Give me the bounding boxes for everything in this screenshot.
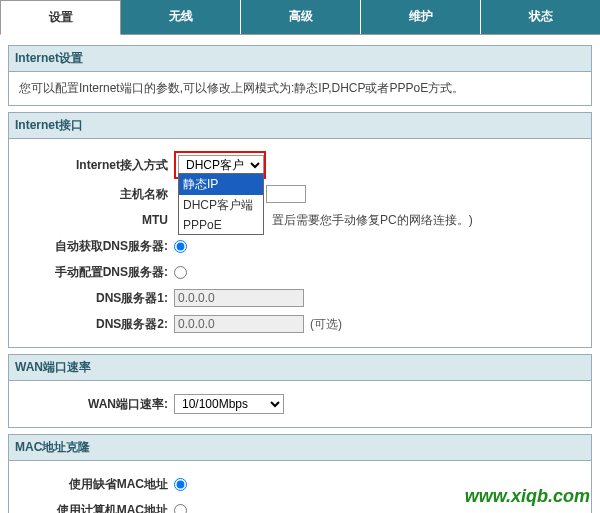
dns1-input[interactable] [174,289,304,307]
autodns-label: 自动获取DNS服务器: [19,238,174,255]
mac-default-radio[interactable] [174,478,187,491]
hostname-label: 主机名称 [19,186,174,203]
dns2-optional: (可选) [310,316,342,333]
autodns-radio[interactable] [174,240,187,253]
tab-maintenance[interactable]: 维护 [361,0,481,34]
mac-default-label: 使用缺省MAC地址 [19,476,174,493]
hostname-input[interactable] [266,185,306,203]
access-option-static[interactable]: 静态IP [179,174,263,195]
access-option-dhcp[interactable]: DHCP客户端 [179,195,263,216]
internet-settings-desc: 您可以配置Internet端口的参数,可以修改上网模式为:静态IP,DHCP或者… [19,80,581,97]
access-mode-highlight: DHCP客户端 静态IP DHCP客户端 PPPoE [174,151,266,179]
manualdns-radio[interactable] [174,266,187,279]
mtu-note: 置后需要您手动修复PC的网络连接。) [272,212,473,229]
section-wan-rate-title: WAN端口速率 [8,354,592,381]
dns2-input[interactable] [174,315,304,333]
tab-settings[interactable]: 设置 [0,0,121,35]
watermark: www.xiqb.com [465,486,590,507]
mtu-label: MTU [19,213,174,227]
tab-advanced[interactable]: 高级 [241,0,361,34]
section-internet-settings-title: Internet设置 [8,45,592,72]
dns1-label: DNS服务器1: [19,290,174,307]
mac-pc-radio[interactable] [174,504,187,514]
section-internet-iface-title: Internet接口 [8,112,592,139]
manualdns-label: 手动配置DNS服务器: [19,264,174,281]
access-option-pppoe[interactable]: PPPoE [179,216,263,234]
access-mode-dropdown: 静态IP DHCP客户端 PPPoE [178,173,264,235]
dns2-label: DNS服务器2: [19,316,174,333]
mac-pc-label: 使用计算机MAC地址 [19,502,174,514]
top-tabs: 设置 无线 高级 维护 状态 [0,0,600,35]
wan-rate-select[interactable]: 10/100Mbps [174,394,284,414]
access-mode-label: Internet接入方式 [19,157,174,174]
section-mac-clone-title: MAC地址克隆 [8,434,592,461]
tab-status[interactable]: 状态 [481,0,600,34]
access-mode-select[interactable]: DHCP客户端 [178,155,264,175]
wan-rate-label: WAN端口速率: [19,396,174,413]
tab-wireless[interactable]: 无线 [121,0,241,34]
